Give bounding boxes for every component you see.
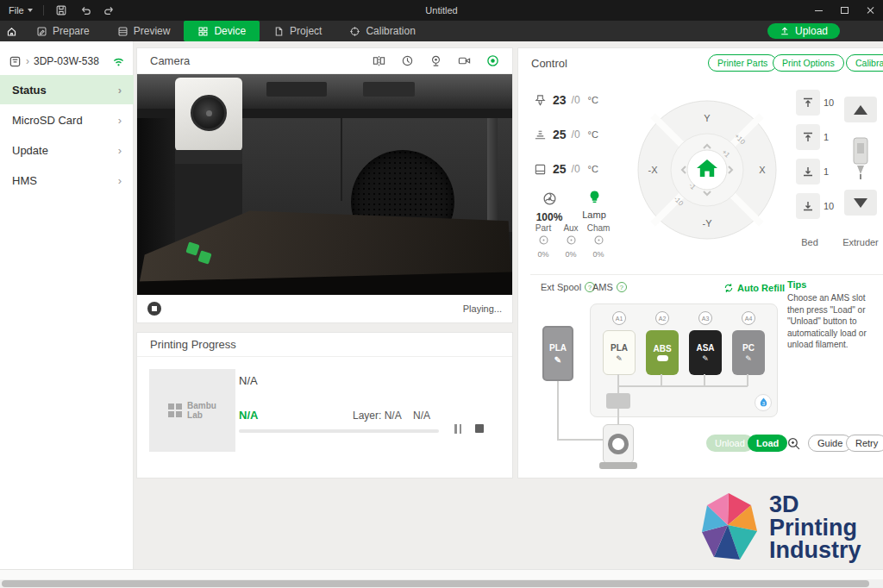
tab-label: A1 [616,316,623,322]
xy-move-pad[interactable]: Y -Y X -X +10 +1 -1 -10 [636,98,779,241]
save-icon[interactable] [54,3,68,17]
fan-speed-control[interactable]: 100% [532,191,567,223]
chamber-temp-control[interactable]: 25 /0 °C [534,160,598,178]
bed-down-10-button[interactable] [796,193,820,219]
timelapse-icon[interactable] [400,54,414,68]
device-selector[interactable]: › 3DP-03W-538 [0,48,134,74]
file-menu[interactable]: File [9,5,33,16]
tab-prepare[interactable]: Prepare [22,21,103,41]
filament-check-icon[interactable] [784,435,803,452]
live-view-icon[interactable] [485,54,499,68]
ams-slot-2[interactable]: ABS [646,330,679,375]
tab-calibration[interactable]: Calibration [335,21,429,41]
z-step-value: 1 [824,124,842,150]
sidebar-item-hms[interactable]: HMS › [0,166,134,195]
sidebar-item-update[interactable]: Update › [0,135,134,165]
signal-icon[interactable] [112,55,125,68]
fan-icon [538,235,549,246]
tab-project[interactable]: Project [260,21,335,41]
help-icon[interactable]: ? [617,282,627,292]
logo-line-3: Industry [769,539,861,561]
tab-preview[interactable]: Preview [103,21,185,41]
ams-tab-a3[interactable]: A3 [698,311,712,325]
close-button[interactable] [857,0,883,21]
upload-label: Upload [795,25,828,37]
stop-print-button[interactable] [475,424,484,433]
recording-icon[interactable] [457,54,471,68]
axis-label[interactable]: X [759,165,766,175]
maximize-button[interactable] [831,0,857,21]
redo-icon[interactable] [103,3,116,17]
print-thumbnail: Bambu Lab [149,369,235,452]
sidebar-item-microsd[interactable]: MicroSD Card › [0,105,134,134]
auto-refill-icon [723,283,734,293]
chamber-fan-control[interactable]: Cham 0% [586,223,611,259]
print-options-button[interactable]: Print Options [773,54,844,72]
undo-icon[interactable] [78,3,92,17]
button-label: Unload [715,438,745,448]
upload-button[interactable]: Upload [767,23,840,39]
unload-button[interactable]: Unload [706,435,754,452]
button-label: Guide [817,438,842,448]
slot-material: ABS [653,344,671,353]
printer-icon [9,55,22,68]
extruder-up-button[interactable] [844,97,877,122]
retry-button[interactable]: Retry [846,435,883,452]
printer-parts-button[interactable]: Printer Parts [708,54,777,72]
axis-label[interactable]: -Y [703,218,713,228]
scrollbar-thumb[interactable] [2,580,869,587]
flip-icon[interactable] [372,54,385,68]
auto-refill-toggle[interactable]: Auto Refill [723,283,785,293]
load-button[interactable]: Load [748,435,787,452]
ext-spool-slot[interactable]: PLA ✎ [542,326,573,381]
webcam-icon[interactable] [429,54,442,68]
print-filename: N/A [239,374,258,387]
bottom-strip [0,569,883,579]
ams-slot-3[interactable]: ASA ✎ [689,330,722,375]
tab-label: Calibration [366,25,415,37]
tab-label: A2 [659,316,667,322]
label-text: Ext Spool [541,282,581,292]
home-button[interactable] [0,21,22,41]
bed-temp-control[interactable]: 25 /0 °C [534,126,598,143]
fan-icon [566,235,577,246]
bed-down-1-button[interactable] [796,159,820,185]
edit-icon[interactable]: ✎ [616,354,623,363]
chevron-right-icon: › [26,55,29,67]
ams-tab-a2[interactable]: A2 [655,311,669,325]
spool-base [599,462,637,469]
sidebar-item-status[interactable]: Status › [0,75,134,104]
axis-label[interactable]: -X [648,165,659,175]
extruder-down-button[interactable] [844,190,877,216]
sidebar: › 3DP-03W-538 Status › MicroSD Card › Up… [0,41,134,569]
axis-label[interactable]: Y [704,113,711,123]
minimize-button[interactable] [805,0,831,21]
edit-icon[interactable]: ✎ [554,355,561,365]
fan-icon [593,235,604,246]
preview-icon [117,26,128,37]
ams-slot-1[interactable]: PLA ✎ [603,330,636,375]
tab-label: A3 [702,316,710,322]
toolhead-base [175,150,242,164]
calibration-button[interactable]: Calibration [846,54,883,72]
pause-button[interactable] [451,422,465,435]
lamp-toggle[interactable]: Lamp [575,190,613,220]
ams-tab-a4[interactable]: A4 [742,311,755,325]
bed-up-1-button[interactable] [796,124,820,150]
edit-icon[interactable]: ✎ [702,354,709,363]
ams-slot-4[interactable]: PC ✎ [732,330,765,375]
stop-stream-button[interactable] [147,302,161,316]
aux-fan-control[interactable]: Aux 0% [558,223,584,259]
nozzle-temp-control[interactable]: 23 /0 °C [534,91,598,109]
fan-value: 0% [558,250,584,259]
tab-device[interactable]: Device [184,21,260,41]
extruder-graphic-icon [851,136,870,181]
part-fan-control[interactable]: Part 0% [530,223,556,259]
tab-label: A4 [745,316,753,322]
bed-up-10-button[interactable] [796,90,820,116]
z-step-value: 10 [824,90,842,116]
ams-tab-a1[interactable]: A1 [612,311,626,325]
edit-icon[interactable]: ✎ [745,354,752,363]
time-remaining: N/A [413,410,430,422]
horizontal-scrollbar[interactable] [0,579,883,588]
